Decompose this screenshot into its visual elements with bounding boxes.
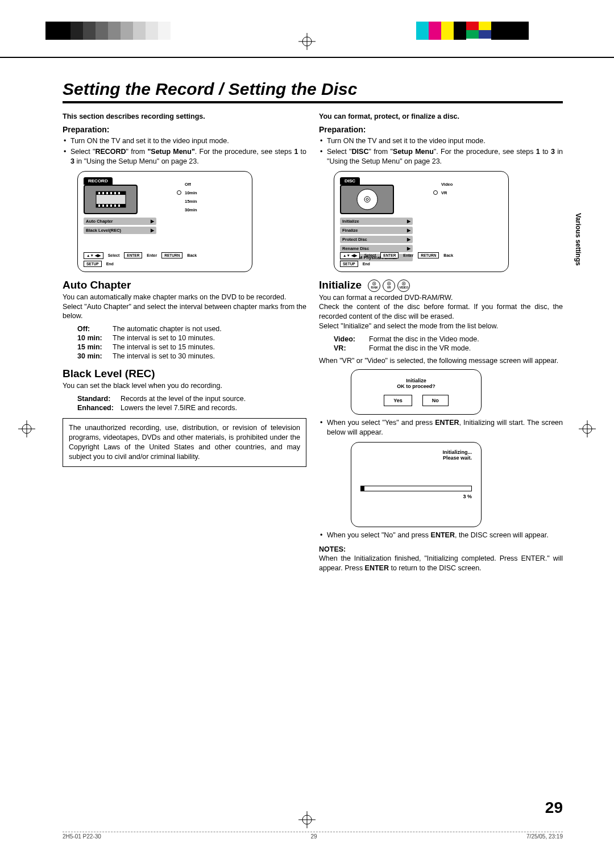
svg-rect-16 [102,192,104,194]
registration-mark-icon [18,420,35,437]
svg-rect-24 [110,205,112,207]
dialog-message: OK to proceed? [362,383,471,389]
record-intro: This section describes recording setting… [63,112,306,120]
footer-doc: 2H5-01 P22-30 [63,833,101,840]
yes-button: Yes [384,395,412,406]
footer-page: 29 [310,833,317,840]
body-text: When you select "No" and press ENTER, th… [319,531,563,540]
film-icon [84,185,138,214]
osd-menu-item: Finalize▶ [340,227,413,234]
initialize-options: Video:Format the disc in the Video mode.… [334,335,563,353]
disc-icon [340,185,394,214]
nav-arrows-icon: ▲▼ ◀▶ [340,252,360,259]
progress-percent: 3 % [360,494,472,499]
svg-rect-15 [98,192,100,194]
body-text: Select "Initialize" and select the mode … [319,322,563,331]
disc-badge-icon: ⦾VIDEO [397,279,410,292]
svg-rect-23 [106,205,108,207]
osd-option: VR [441,190,447,195]
progress-bar [360,486,472,491]
black-level-options: Standard:Records at the level of the inp… [77,394,306,412]
svg-rect-22 [102,205,104,207]
column-disc: You can format, protect, or finalize a d… [319,112,563,573]
preparation-heading: Preparation: [63,125,306,134]
svg-rect-19 [114,192,116,194]
radio-icon [177,190,181,195]
subheading-black-level: Black Level (REC) [63,368,306,380]
osd-tab: RECORD [84,177,113,185]
body-text: Check the content of the disc before for… [319,302,563,322]
svg-rect-21 [98,205,100,207]
osd-option: Video [441,182,453,187]
osd-menu-item: Rename Disc▶ [340,245,413,252]
osd-option: 30min [185,207,197,212]
page-number: 29 [545,799,563,817]
body-text: When the Initialization finished, "Initi… [319,554,563,573]
osd-disc-screenshot: DISC Initialize▶ Finalize▶ Protect Disc▶… [334,171,509,272]
printer-swatches-grey [45,22,171,40]
svg-point-27 [357,189,377,210]
svg-rect-25 [114,205,116,207]
body-text: You can format a recorded DVD-RAM/RW. [319,293,563,303]
prep-item: Turn ON the TV and set it to the video i… [319,136,563,146]
body-text: Select "Auto Chapter" and select the int… [63,302,306,322]
osd-record-screenshot: RECORD [77,171,252,272]
nav-arrows-icon: ▲▼ ◀▶ [84,252,103,259]
prep-item: Select "DISC" from "Setup Menu". For the… [319,147,563,166]
column-record: This section describes recording setting… [63,112,306,573]
no-button: No [422,395,449,406]
preparation-heading: Preparation: [319,125,563,134]
disc-badge-icon: ⦾VR [383,279,395,292]
disc-intro: You can format, protect, or finalize a d… [319,112,563,120]
progress-dialog: Initializing... Please wait. 3 % [351,442,482,527]
notes-heading: NOTES: [319,545,346,553]
osd-menu-item: Initialize▶ [340,218,413,225]
footer-date: 7/25/05, 23:19 [526,833,563,840]
progress-label: Please wait. [360,455,472,461]
dialog-title: Initialize [362,378,471,383]
svg-rect-20 [118,192,120,194]
osd-menu-item: Protect Disc▶ [340,236,413,243]
footer: 2H5-01 P22-30 29 7/25/05, 23:19 [63,832,563,840]
osd-option: 15min [185,199,197,204]
body-text: When you select "Yes" and press ENTER, I… [319,418,563,437]
confirm-dialog: Initialize OK to proceed? Yes No [351,369,482,415]
body-text: When "VR" or "Video" is selected, the fo… [319,356,563,366]
legal-notice-box: The unauthorized recording, use, distrib… [63,418,306,467]
registration-mark-icon [579,420,596,437]
radio-icon [433,190,438,195]
progress-label: Initializing... [360,449,472,455]
body-text: You can set the black level when you do … [63,381,306,391]
osd-option: Off [185,182,191,187]
svg-rect-18 [110,192,112,194]
top-rule [0,57,614,58]
osd-option: 10min [185,190,197,195]
prep-item: Turn ON the TV and set it to the video i… [63,136,306,146]
auto-chapter-options: Off:The automatic chapter is not used. 1… [77,324,306,361]
page-title: Setting the Record / Setting the Disc [63,80,563,103]
svg-rect-17 [106,192,108,194]
registration-mark-icon [298,33,316,50]
side-tab-label: Various settings [574,213,582,266]
printer-swatches-color [416,22,529,40]
disc-badge-icon: ⦾RAM [368,279,380,292]
osd-menu-item: Auto Chapter▶ [84,218,156,225]
subheading-auto-chapter: Auto Chapter [63,279,306,291]
prep-item: Select "RECORD" from "Setup Menu". For t… [63,147,306,166]
osd-menu-item: Black Level(REC)▶ [84,227,156,234]
svg-rect-26 [118,205,120,207]
body-text: You can automatically make chapter marks… [63,293,306,302]
subheading-initialize: Initialize ⦾RAM ⦾VR ⦾VIDEO [319,279,563,292]
osd-tab: DISC [340,177,360,185]
